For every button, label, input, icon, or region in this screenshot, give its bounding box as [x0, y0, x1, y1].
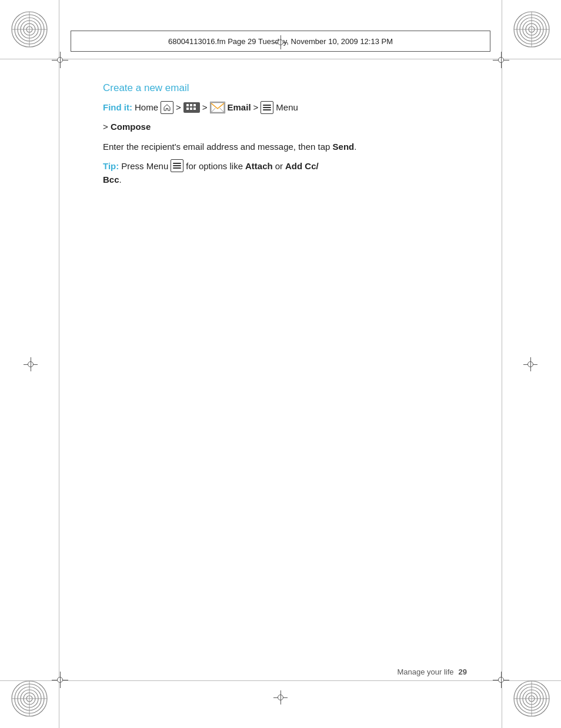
corner-crosshair-tl [52, 52, 68, 68]
trim-line-top [0, 59, 561, 59]
trim-line-bottom [0, 680, 561, 681]
fingerprint-br [513, 680, 550, 717]
main-content: Create a new email Find it: Home > > [103, 82, 467, 186]
tip-addcc: Add Cc/ [285, 159, 319, 173]
footer-section-label: Manage your life [397, 667, 453, 676]
crosshair-left [24, 357, 38, 371]
tip-attach: Attach [245, 159, 273, 173]
corner-crosshair-tr [493, 52, 509, 68]
tip-bcc: Bcc [103, 175, 119, 184]
tip-text: Press Menu [121, 159, 168, 173]
compose-line: > Compose [103, 120, 467, 134]
crosshair-bottom [273, 690, 288, 704]
svg-rect-32 [186, 104, 189, 106]
tip-for: for options like [186, 159, 243, 173]
home-icon [161, 101, 173, 114]
tip-menu-icon [171, 159, 183, 172]
tip-line: Tip: Press Menu for options like Attach … [103, 159, 467, 173]
menu-icon [261, 101, 273, 114]
section-title: Create a new email [103, 82, 467, 94]
svg-rect-35 [186, 108, 189, 110]
svg-rect-36 [190, 108, 192, 110]
find-it-label: Find it: [103, 100, 132, 115]
gt-1: > [176, 100, 181, 115]
footer: Manage your life 29 [0, 667, 561, 676]
email-label: Email [228, 100, 251, 115]
apps-icon [183, 102, 200, 113]
trim-line-left [59, 0, 59, 728]
description: Enter the recipient's email address and … [103, 140, 467, 153]
crosshair-right [523, 357, 537, 371]
fingerprint-tl [11, 11, 48, 48]
gt-3: > [253, 100, 259, 115]
tip-or: or [275, 159, 283, 173]
trim-line-right [502, 0, 502, 728]
find-it-line: Find it: Home > > [103, 100, 467, 115]
svg-rect-34 [193, 104, 196, 106]
fingerprint-bl [11, 680, 48, 717]
footer-page-number: 29 [459, 667, 467, 676]
send-label: Send [333, 142, 355, 152]
gt-2: > [202, 100, 208, 115]
tip-label: Tip: [103, 159, 119, 173]
fingerprint-tr [513, 11, 550, 48]
crosshair-top [273, 35, 288, 49]
tip-bcc-line: Bcc. [103, 173, 467, 186]
menu-label: Menu [276, 100, 298, 115]
compose-label: Compose [111, 122, 151, 132]
svg-rect-38 [211, 102, 223, 112]
svg-rect-37 [193, 108, 196, 110]
email-icon [210, 102, 225, 113]
svg-rect-33 [190, 104, 192, 106]
find-it-home: Home [135, 100, 158, 115]
